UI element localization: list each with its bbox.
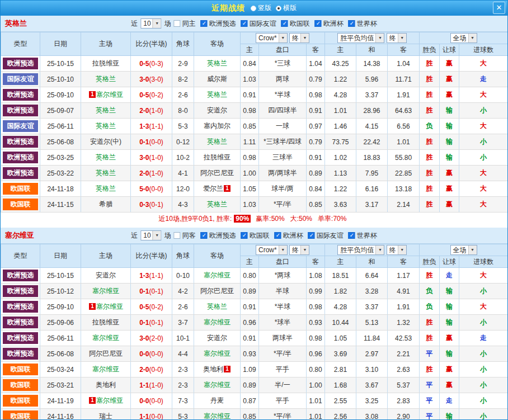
away-team[interactable]: 塞尔维亚	[194, 377, 241, 393]
team-label: 威尔斯	[207, 75, 227, 83]
scope-select[interactable]: 全场	[450, 245, 477, 255]
avg-final-select[interactable]: 终	[387, 33, 407, 43]
away-team[interactable]: 塞尔维亚	[194, 346, 241, 362]
home-team[interactable]: 英格兰	[81, 150, 131, 166]
competition-badge: 欧国联	[3, 199, 38, 210]
avg-draw-value: 3.28	[356, 284, 388, 299]
handicap-value: 半球	[259, 284, 307, 299]
away-team[interactable]: 塞尔维亚	[194, 315, 241, 331]
avg-draw-value: 14.38	[356, 56, 388, 72]
avg-win-value: 1.82	[325, 284, 356, 299]
subcol-odds-home: 主	[241, 256, 259, 268]
odds-final-select[interactable]: 终	[289, 33, 309, 43]
away-team[interactable]: 阿尔巴尼亚	[194, 166, 241, 181]
home-team[interactable]: 塞尔维亚	[81, 284, 131, 299]
home-team[interactable]: 1塞尔维亚	[81, 299, 131, 315]
home-team[interactable]: 塞尔维亚	[81, 362, 131, 377]
scope-select[interactable]: 全场	[450, 33, 477, 43]
filter-checkbox[interactable]: 世界杯	[349, 231, 377, 240]
home-team[interactable]: 英格兰	[81, 119, 131, 134]
view-mode-radio[interactable]: 横版	[276, 3, 297, 13]
away-team[interactable]: 英格兰	[194, 56, 241, 72]
match-row: 欧国联 25-03-24 塞尔维亚 2-0(0-0) 2-3 奥地利1 1.09…	[1, 362, 508, 377]
handicap-rate: 赢率:50%	[256, 215, 284, 223]
competition-badge: 欧洲预选	[3, 317, 38, 328]
home-team[interactable]: 英格兰	[81, 72, 131, 87]
home-team[interactable]: 拉脱维亚	[81, 315, 131, 331]
home-team[interactable]: 塞尔维亚	[81, 331, 131, 346]
home-team[interactable]: 阿尔巴尼亚	[81, 346, 131, 362]
home-team[interactable]: 瑞士	[81, 409, 131, 420]
avg-final-select[interactable]: 终	[387, 245, 407, 255]
titlebar: 近期战绩 竖版横版 ✕	[1, 1, 507, 16]
result-outcome: 胜	[420, 103, 440, 119]
odds-final-select[interactable]: 终	[289, 245, 309, 255]
home-team[interactable]: 拉脱维亚	[81, 56, 131, 72]
home-team[interactable]: 英格兰	[81, 103, 131, 119]
goals-outcome: 大	[459, 119, 508, 134]
away-team[interactable]: 英格兰	[194, 134, 241, 150]
filter-checkbox[interactable]: 国际友谊	[241, 19, 276, 29]
filter-checkbox[interactable]: 欧洲预选	[201, 19, 236, 29]
match-count-select[interactable]: 10	[140, 230, 161, 240]
subcol-odds-away: 客	[307, 44, 325, 56]
odds-home-value: 0.96	[241, 315, 259, 331]
filter-checkbox[interactable]: 欧洲杯	[275, 231, 303, 240]
competition-type-cell: 欧洲预选	[1, 284, 40, 299]
half-time-score: (0-1)	[149, 287, 163, 295]
away-team[interactable]: 塞尔维亚	[194, 409, 241, 420]
filter-checkbox[interactable]: 国际友谊	[308, 231, 344, 240]
home-team[interactable]: 奥地利	[81, 377, 131, 393]
home-team[interactable]: 安道尔	[81, 268, 131, 284]
subcol-avg-win: 主	[325, 256, 356, 268]
avg-select[interactable]: 胜平负均值	[337, 245, 384, 255]
home-team[interactable]: 安道尔(中)	[81, 134, 131, 150]
odds-company-select[interactable]: Crow*	[256, 33, 288, 43]
home-team[interactable]: 希腊	[81, 197, 131, 213]
handicap-value: *三球	[259, 56, 307, 72]
match-date: 24-11-18	[40, 181, 81, 197]
view-mode-radio[interactable]: 竖版	[251, 3, 271, 13]
half-time-score: (3-0)	[149, 75, 163, 83]
away-team[interactable]: 威尔斯	[194, 72, 241, 87]
filter-checkbox[interactable]: 欧国联	[281, 19, 310, 29]
away-team[interactable]: 拉脱维亚	[194, 150, 241, 166]
filter-checkbox[interactable]: 欧洲杯	[315, 19, 344, 29]
home-team[interactable]: 英格兰	[81, 166, 131, 181]
subcol-result: 胜负	[420, 256, 440, 268]
away-team[interactable]: 奥地利1	[194, 362, 241, 377]
home-team[interactable]: 英格兰	[81, 181, 131, 197]
filter-checkbox[interactable]: 同客	[174, 231, 196, 240]
away-team[interactable]: 英格兰	[194, 299, 241, 315]
away-team[interactable]: 英格兰	[194, 87, 241, 103]
away-team[interactable]: 英格兰	[194, 197, 241, 213]
away-team[interactable]: 塞内加尔	[194, 119, 241, 134]
full-time-score: 1-1	[139, 381, 149, 389]
away-team[interactable]: 安道尔	[194, 103, 241, 119]
competition-type-cell: 国际友谊	[1, 72, 40, 87]
close-button[interactable]: ✕	[493, 2, 505, 14]
odds-company-select[interactable]: Crow*	[256, 245, 288, 255]
avg-select[interactable]: 胜平负均值	[337, 33, 384, 43]
away-team[interactable]: 爱尔兰1	[194, 181, 241, 197]
match-date: 25-03-22	[40, 166, 81, 181]
away-team[interactable]: 丹麦	[194, 393, 241, 409]
subcol-handicap: 盘口	[259, 256, 307, 268]
away-team[interactable]: 安道尔	[194, 331, 241, 346]
goals-outcome: 小	[459, 103, 508, 119]
odds-group-header: Crow* 终	[241, 244, 325, 256]
away-team[interactable]: 塞尔维亚	[194, 268, 241, 284]
match-count-select[interactable]: 10	[140, 18, 161, 29]
filter-checkbox[interactable]: 欧国联	[241, 231, 270, 240]
team-label: 安道尔	[207, 334, 227, 342]
away-team[interactable]: 阿尔巴尼亚	[194, 284, 241, 299]
checkbox-label: 欧洲预选	[209, 19, 236, 29]
filter-checkbox[interactable]: 欧洲预选	[201, 231, 236, 240]
home-team[interactable]: 1塞尔维亚	[81, 87, 131, 103]
games-label: 场	[164, 231, 171, 240]
filter-checkbox[interactable]: 世界杯	[349, 19, 377, 29]
filter-checkbox[interactable]: 同主	[174, 19, 196, 29]
handicap-outcome: 赢	[440, 197, 459, 213]
home-team[interactable]: 1塞尔维亚	[81, 393, 131, 409]
odds-home-value: 0.89	[241, 284, 259, 299]
